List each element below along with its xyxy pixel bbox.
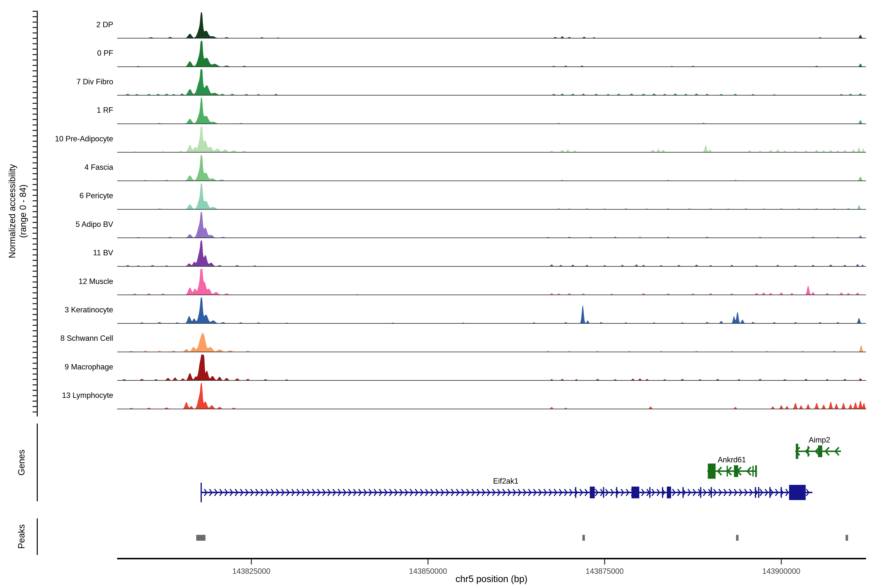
- gene-model-aimp2: [796, 444, 841, 459]
- track-label-12-muscle: 12 Muscle: [0, 277, 113, 286]
- exon-box: [818, 446, 822, 457]
- gene-name-eif2ak1: Eif2ak1: [493, 477, 518, 486]
- track-label-1-rf: 1 RF: [0, 106, 113, 115]
- exon-box: [632, 487, 639, 498]
- x-tick-label-143875000: 143875000: [585, 567, 624, 576]
- track-profile-5-adipo-bv: [117, 212, 866, 238]
- exon-tick: [682, 487, 684, 498]
- track-profile-11-bv: [117, 240, 866, 266]
- exon-tick: [603, 487, 604, 498]
- gene-tss-tick: [201, 483, 202, 502]
- exon-tick: [649, 487, 651, 498]
- gene-model-eif2ak1: [201, 483, 812, 502]
- exon-tick: [769, 487, 771, 498]
- exon-box: [734, 465, 738, 477]
- track-label-7-div-fibro: 7 Div Fibro: [0, 77, 113, 86]
- track-profile-13-lymphocyte: [117, 383, 866, 409]
- track-profile-4-fascia: [117, 155, 866, 181]
- track-profile-3-keratinocyte: [117, 297, 866, 323]
- exon-box-large: [789, 485, 806, 500]
- track-label-11-bv: 11 BV: [0, 248, 113, 257]
- coverage-plot-figure: Normalized accessibility (range 0 - 84) …: [0, 0, 882, 588]
- track-profile-7-div-fibro: [117, 69, 866, 95]
- exon-tick: [711, 487, 712, 498]
- track-label-0-pf: 0 PF: [0, 49, 113, 58]
- exon-box: [755, 465, 757, 477]
- exon-tick: [662, 487, 663, 498]
- genes-section-label: Genes: [16, 450, 27, 476]
- exon-tick: [752, 466, 754, 477]
- y-axis-title: Normalized accessibility (range 0 - 84): [7, 164, 28, 258]
- peak-interval-box: [582, 535, 585, 541]
- peak-interval-box: [196, 535, 205, 541]
- track-label-9-macrophage: 9 Macrophage: [0, 363, 113, 371]
- track-profile-2-dp: [117, 12, 866, 38]
- exon-tick: [807, 446, 809, 457]
- track-profile-1-rf: [117, 98, 866, 124]
- y-axis-title-line2: (range 0 - 84): [18, 164, 28, 258]
- x-tick-label-143850000: 143850000: [409, 567, 447, 576]
- track-label-4-fascia: 4 Fascia: [0, 163, 113, 172]
- x-axis-title: chr5 position (bp): [456, 574, 528, 584]
- peak-interval-box: [846, 535, 848, 541]
- track-profile-10-pre-adipocyte: [117, 126, 866, 152]
- gene-model-ankrd61: [708, 464, 757, 479]
- peaks-section-label: Peaks: [16, 524, 27, 549]
- track-label-10-pre-adipocyte: 10 Pre-Adipocyte: [0, 135, 113, 143]
- track-label-3-keratinocyte: 3 Keratinocyte: [0, 306, 113, 314]
- x-tick-label-143900000: 143900000: [762, 567, 800, 576]
- exon-tick: [755, 487, 756, 498]
- track-label-6-pericyte: 6 Pericyte: [0, 191, 113, 200]
- track-profile-8-schwann-cell: [117, 333, 866, 352]
- track-profile-12-muscle: [117, 269, 866, 295]
- peak-interval-box: [736, 535, 738, 541]
- track-label-2-dp: 2 DP: [0, 20, 113, 29]
- track-profile-6-pericyte: [117, 183, 866, 209]
- track-profile-0-pf: [117, 40, 866, 67]
- y-axis-title-line1: Normalized accessibility: [7, 164, 18, 258]
- track-label-13-lymphocyte: 13 Lymphocyte: [0, 391, 113, 400]
- x-tick-label-143825000: 143825000: [232, 567, 270, 576]
- exon-tick: [616, 487, 617, 498]
- track-label-8-schwann-cell: 8 Schwann Cell: [0, 334, 113, 343]
- exon-tick: [575, 487, 576, 498]
- exon-box-large: [796, 444, 798, 459]
- exon-box: [667, 487, 671, 498]
- exon-tick: [700, 487, 701, 498]
- gene-name-ankrd61: Ankrd61: [718, 456, 746, 464]
- gene-name-aimp2: Aimp2: [809, 436, 830, 444]
- exon-tick: [758, 487, 759, 498]
- exon-tick: [727, 466, 728, 477]
- track-label-5-adipo-bv: 5 Adipo BV: [0, 220, 113, 229]
- plot-canvas: [0, 0, 882, 588]
- track-profile-9-macrophage: [117, 354, 866, 381]
- exon-box-large: [708, 464, 716, 479]
- exon-tick: [781, 487, 782, 498]
- exon-box: [590, 487, 595, 498]
